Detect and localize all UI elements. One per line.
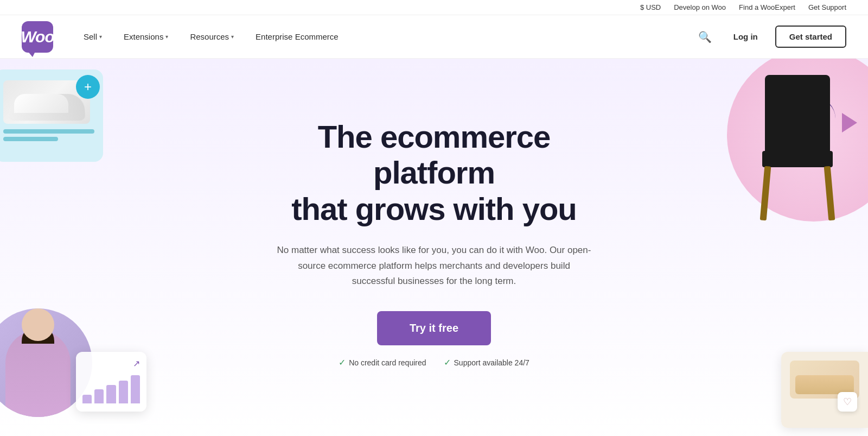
hero-badges: ✓ No credit card required ✓ Support avai… — [255, 357, 613, 368]
top-bar: $ USD Develop on Woo Find a WooExpert Ge… — [0, 0, 868, 15]
hero-subtitle: No matter what success looks like for yo… — [277, 243, 591, 290]
get-started-button[interactable]: Get started — [775, 26, 846, 48]
hero-title-line2: that grows with you — [291, 191, 577, 226]
nav-items: Sell ▾ Extensions ▾ Resources ▾ Enterpri… — [75, 28, 694, 46]
search-button[interactable]: 🔍 — [694, 28, 716, 46]
try-free-button[interactable]: Try it free — [377, 311, 491, 345]
nav-sell-label: Sell — [84, 32, 97, 41]
add-product-icon: + — [76, 75, 100, 99]
nav-item-sell[interactable]: Sell ▾ — [75, 28, 111, 46]
nav-resources-label: Resources — [190, 32, 229, 41]
check-icon-2: ✓ — [444, 357, 451, 368]
trend-up-icon: ↗ — [133, 358, 140, 369]
badge-label-2: Support available 24/7 — [454, 358, 529, 367]
chevron-down-icon: ▾ — [231, 34, 234, 40]
search-icon: 🔍 — [698, 31, 712, 43]
nav-item-enterprise[interactable]: Enterprise Ecommerce — [247, 28, 347, 46]
nav-item-extensions[interactable]: Extensions ▾ — [115, 28, 177, 46]
hero-title-line1: The ecommerce platform — [318, 119, 551, 191]
chair-back — [765, 75, 830, 162]
badge-label-1: No credit card required — [349, 358, 426, 367]
nav-actions: 🔍 Log in Get started — [694, 26, 846, 48]
card-line-short — [3, 137, 58, 141]
nav-extensions-label: Extensions — [124, 32, 163, 41]
bar-3 — [106, 385, 116, 403]
product-card: ♡ — [781, 352, 868, 428]
currency-selector[interactable]: $ USD — [640, 3, 661, 11]
card-lines — [3, 129, 94, 144]
hero-title: The ecommerce platform that grows with y… — [255, 119, 613, 228]
hero-center: The ecommerce platform that grows with y… — [244, 119, 624, 368]
hero-section: + ↗ The ecommerce platform that grows w — [0, 59, 868, 436]
plus-icon: + — [84, 79, 92, 94]
chair-seat — [762, 151, 833, 167]
chevron-down-icon: ▾ — [165, 34, 168, 40]
person-body — [5, 330, 71, 417]
heart-icon: ♡ — [843, 396, 852, 408]
navbar: Woo Sell ▾ Extensions ▾ Resources ▾ Ente… — [0, 15, 868, 59]
expert-link[interactable]: Find a WooExpert — [739, 3, 795, 11]
chair-leg-left — [760, 166, 771, 221]
logo-text: Woo — [21, 28, 54, 46]
support-link[interactable]: Get Support — [808, 3, 846, 11]
nav-item-resources[interactable]: Resources ▾ — [181, 28, 242, 46]
logo-bubble: Woo — [22, 21, 53, 53]
bar-chart — [82, 371, 140, 403]
right-decoration: ♡ — [705, 59, 868, 436]
develop-link[interactable]: Develop on Woo — [674, 3, 726, 11]
logo[interactable]: Woo — [22, 21, 53, 53]
wishlist-heart[interactable]: ♡ — [838, 392, 857, 412]
bar-1 — [82, 395, 92, 403]
chevron-down-icon: ▾ — [99, 34, 102, 40]
badge-no-credit-card: ✓ No credit card required — [339, 357, 426, 368]
card-line-full — [3, 129, 94, 134]
bar-2 — [94, 389, 104, 403]
chart-card: ↗ — [76, 352, 146, 412]
bar-5 — [131, 375, 140, 403]
nav-enterprise-label: Enterprise Ecommerce — [256, 32, 339, 41]
person-head — [22, 308, 54, 341]
left-decoration: + ↗ — [0, 59, 141, 436]
login-button[interactable]: Log in — [725, 28, 767, 46]
check-icon-1: ✓ — [339, 357, 346, 368]
badge-support: ✓ Support available 24/7 — [444, 357, 529, 368]
chair-image — [738, 75, 857, 227]
bar-4 — [119, 381, 128, 403]
chair-leg-right — [824, 166, 835, 221]
